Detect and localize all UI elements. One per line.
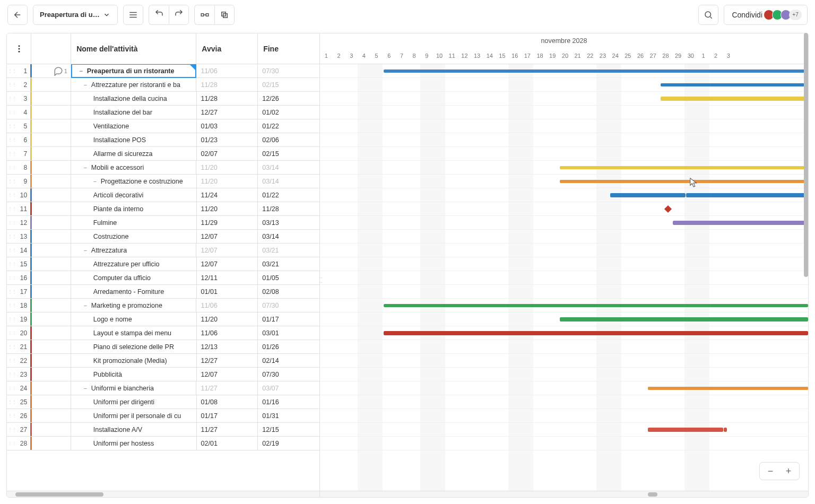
svg-rect-1	[206, 13, 209, 16]
undo-icon	[154, 10, 164, 20]
redo-icon	[174, 10, 184, 20]
share-button[interactable]: Condividi +7	[724, 5, 808, 25]
avatar-stack: +7	[766, 10, 802, 20]
link-icon	[200, 10, 210, 20]
redo-button[interactable]	[169, 5, 189, 25]
copy-button[interactable]	[214, 5, 235, 25]
project-name: Preapertura di u…	[40, 11, 100, 19]
avatar-more: +7	[789, 10, 802, 20]
share-label: Condividi	[732, 11, 762, 19]
back-button[interactable]	[7, 5, 28, 25]
copy-icon	[220, 10, 229, 20]
svg-rect-0	[201, 13, 204, 16]
link-button[interactable]	[194, 5, 214, 25]
svg-point-4	[705, 12, 711, 18]
toolbar: Preapertura di u… Condividi +7	[0, 0, 815, 30]
search-icon	[704, 10, 713, 20]
menu-icon	[128, 10, 138, 20]
project-dropdown[interactable]: Preapertura di u…	[33, 5, 118, 25]
arrow-left-icon	[13, 10, 22, 20]
chevron-down-icon	[103, 11, 110, 19]
search-button[interactable]	[698, 5, 718, 25]
undo-button[interactable]	[149, 5, 169, 25]
menu-button[interactable]	[123, 5, 143, 25]
